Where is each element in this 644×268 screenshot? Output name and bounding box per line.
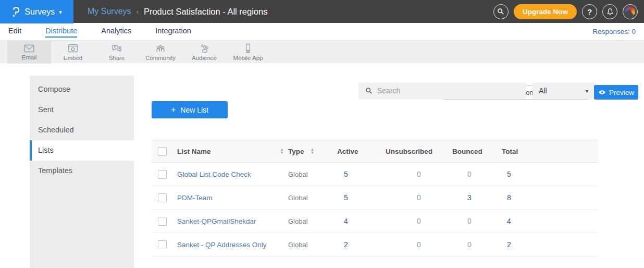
total-count[interactable]: 4: [507, 217, 511, 225]
row-checkbox[interactable]: [158, 240, 167, 249]
sort-icon[interactable]: ▴▾: [312, 148, 314, 154]
new-list-label: New List: [180, 106, 208, 114]
channel-label: Email: [22, 54, 37, 60]
list-name-link[interactable]: Sanket - QP Addresses Only: [177, 241, 267, 249]
search-icon: [497, 8, 504, 15]
active-count[interactable]: 4: [344, 217, 348, 225]
channel-share[interactable]: Share: [95, 41, 139, 64]
tab-integration[interactable]: Integration: [155, 27, 191, 38]
tab-analytics[interactable]: Analytics: [101, 27, 131, 38]
plus-icon: +: [171, 105, 176, 115]
preview-label: Preview: [609, 89, 634, 96]
bounced-count[interactable]: 0: [467, 240, 472, 249]
bounced-count[interactable]: 3: [467, 193, 472, 202]
breadcrumb: My Surveys › Product Satisfaction - All …: [88, 0, 267, 23]
sidebar-item-compose[interactable]: Compose: [30, 79, 134, 100]
column-header-type[interactable]: Type ▴▾: [288, 148, 337, 155]
sidebar-item-sent[interactable]: Sent: [30, 100, 134, 120]
total-count[interactable]: 2: [507, 240, 511, 249]
unsubscribed-count[interactable]: 0: [417, 240, 421, 249]
eye-icon: [598, 90, 606, 95]
chevron-down-icon: ▾: [59, 9, 62, 16]
list-type: Global: [288, 217, 337, 225]
list-type: Global: [288, 194, 337, 202]
channel-label: Share: [109, 55, 125, 61]
sidebar-item-lists[interactable]: Lists: [30, 140, 134, 161]
channel-mobile-app[interactable]: Mobile App: [226, 41, 270, 64]
upgrade-now-button[interactable]: Upgrade Now: [514, 4, 577, 19]
bounced-count[interactable]: 0: [467, 217, 472, 225]
page: Surveys ▾ My Surveys › Product Satisfact…: [0, 0, 644, 268]
list-type: Global: [288, 241, 337, 249]
sidebar-item-templates[interactable]: Templates: [30, 161, 134, 181]
breadcrumb-separator-icon: ›: [137, 8, 139, 16]
active-count[interactable]: 2: [344, 240, 348, 249]
channel-label: Community: [145, 55, 176, 61]
active-count[interactable]: 5: [344, 193, 348, 202]
active-count[interactable]: 5: [344, 170, 348, 178]
filter-value: All: [539, 87, 547, 95]
lists-table: List Name ▴▾ Type ▴▾ Active Unsubscribed…: [152, 140, 598, 257]
chevron-down-icon: ▾: [586, 88, 588, 94]
question-mark-icon: ?: [587, 7, 592, 16]
unsubscribed-count[interactable]: 0: [417, 193, 421, 202]
search-button[interactable]: [493, 4, 509, 19]
notifications-button[interactable]: [602, 4, 617, 19]
bounced-count[interactable]: 0: [467, 170, 472, 178]
new-list-button[interactable]: + New List: [152, 101, 228, 118]
avatar[interactable]: [623, 4, 638, 19]
table-header-row: List Name ▴▾ Type ▴▾ Active Unsubscribed…: [152, 140, 598, 163]
channel-audience[interactable]: $ Audience: [182, 41, 226, 64]
list-name-link[interactable]: Global List Code Check: [177, 170, 251, 178]
header-actions: Upgrade Now ?: [493, 0, 638, 23]
total-count[interactable]: 5: [507, 170, 511, 178]
row-checkbox[interactable]: [158, 193, 167, 202]
filter-dropdown[interactable]: All ▾: [532, 82, 594, 99]
channel-label: Audience: [192, 55, 217, 61]
table-row: Sanket-QPGmailShekdar Global 4 0 0 4: [152, 210, 598, 233]
column-header-list-name[interactable]: List Name ▴▾: [177, 148, 288, 155]
product-name: Surveys: [24, 7, 55, 17]
search-box: [358, 82, 526, 99]
channel-embed[interactable]: Embed: [51, 41, 95, 64]
top-header: Surveys ▾ My Surveys › Product Satisfact…: [0, 0, 644, 23]
sidebar-item-scheduled[interactable]: Scheduled: [30, 120, 134, 140]
column-header-active: Active: [337, 148, 386, 155]
help-button[interactable]: ?: [582, 4, 597, 19]
row-checkbox[interactable]: [158, 217, 167, 226]
total-count[interactable]: 8: [507, 193, 511, 202]
table-row: PDM-Team Global 5 0 3 8: [152, 186, 598, 210]
channel-email[interactable]: Email: [7, 41, 51, 64]
email-sidebar: Compose Sent Scheduled Lists Templates: [30, 76, 134, 268]
tab-distribute[interactable]: Distribute: [45, 27, 77, 38]
community-icon: [154, 44, 167, 54]
select-all-checkbox[interactable]: [158, 147, 167, 156]
column-header-bounced: Bounced: [452, 148, 502, 155]
list-name-link[interactable]: PDM-Team: [177, 194, 213, 202]
channel-label: Mobile App: [233, 55, 263, 61]
app-logo[interactable]: Surveys ▾: [0, 0, 73, 23]
sort-icon[interactable]: ▴▾: [281, 148, 283, 154]
tab-edit[interactable]: Edit: [8, 27, 21, 38]
embed-icon: [67, 44, 79, 54]
questionpro-logo-icon: [11, 6, 20, 18]
unsubscribed-count[interactable]: 0: [417, 170, 421, 178]
column-header-total: Total: [502, 148, 549, 155]
channel-label: Embed: [64, 55, 82, 61]
row-checkbox[interactable]: [158, 170, 167, 179]
survey-nav: Edit Distribute Analytics Integration Re…: [0, 23, 644, 40]
unsubscribed-count[interactable]: 0: [417, 217, 421, 225]
preview-button[interactable]: Preview: [594, 85, 638, 100]
breadcrumb-my-surveys[interactable]: My Surveys: [88, 7, 131, 16]
bell-icon: [606, 8, 614, 16]
share-icon: [110, 44, 123, 54]
search-input[interactable]: [377, 87, 526, 95]
distribute-toolbar: Email Embed Share: [0, 40, 644, 63]
survey-title: Product Satisfaction - All regions: [144, 7, 268, 17]
responses-count[interactable]: Responses: 0: [592, 28, 636, 35]
email-icon: [23, 44, 35, 54]
channel-community[interactable]: Community: [139, 41, 182, 64]
channel-items: Email Embed Share: [7, 41, 270, 64]
audience-icon: $: [198, 44, 210, 54]
list-name-link[interactable]: Sanket-QPGmailShekdar: [177, 217, 256, 225]
